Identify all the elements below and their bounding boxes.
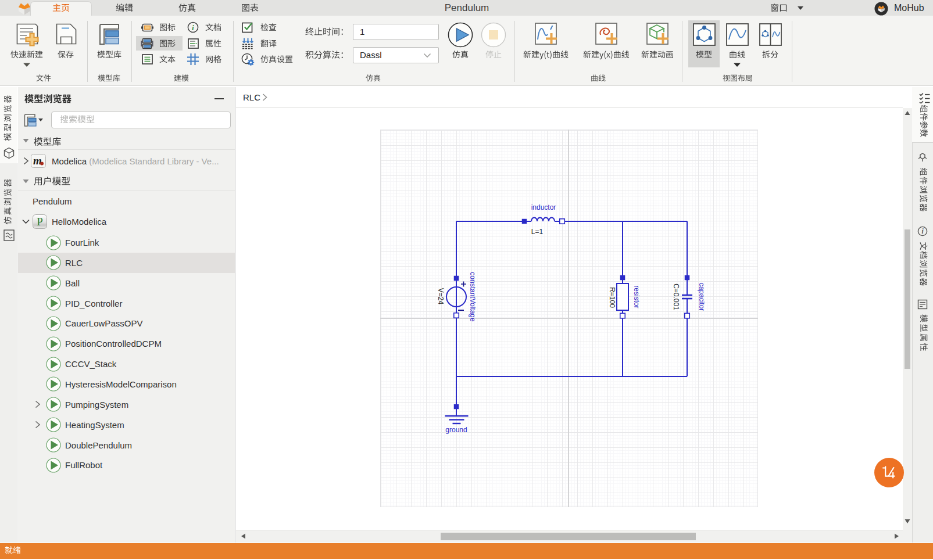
svg-text:ground: ground xyxy=(445,426,467,434)
svg-text:inductor: inductor xyxy=(531,203,556,211)
svg-text:R=100: R=100 xyxy=(608,287,616,308)
svg-text:constantVoltage: constantVoltage xyxy=(469,272,477,322)
svg-text:resistor: resistor xyxy=(632,285,641,308)
svg-text:V=24: V=24 xyxy=(437,288,445,305)
svg-text:capacitor: capacitor xyxy=(698,283,706,311)
svg-text:C=0.001: C=0.001 xyxy=(672,283,680,310)
svg-text:i: i xyxy=(192,23,194,32)
svg-text:i: i xyxy=(921,228,924,235)
svg-text:L=1: L=1 xyxy=(531,228,544,236)
svg-text:P: P xyxy=(37,216,43,228)
